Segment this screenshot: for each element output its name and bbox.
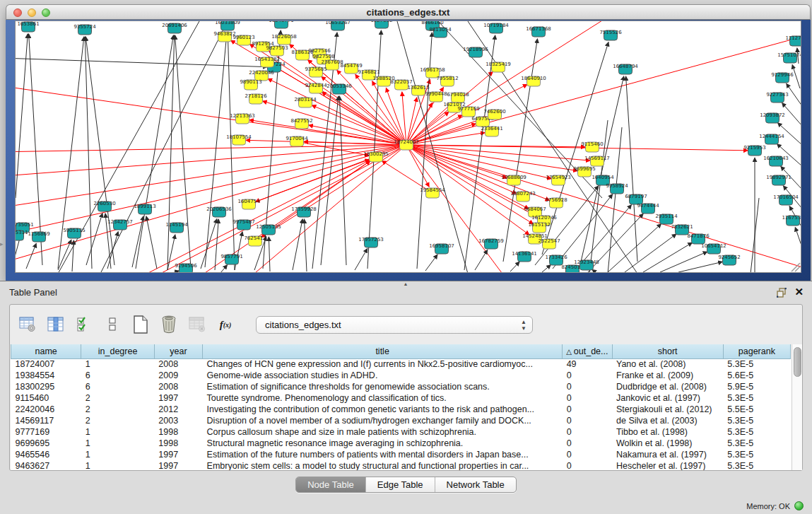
table-cell[interactable]: Corpus callosum shape and size in male p…: [203, 426, 563, 438]
table-cell[interactable]: 0: [563, 381, 612, 392]
table-cell[interactable]: 1997: [154, 392, 202, 404]
graph-node[interactable]: 9129946: [771, 72, 794, 83]
table-row[interactable]: 1872400712008Changes of HCN gene express…: [11, 358, 791, 370]
table-cell[interactable]: Disruption of a novel member of a sodium…: [203, 415, 563, 426]
network-table-selector[interactable]: citations_edges.txt ▲▼: [256, 316, 533, 334]
table-cell[interactable]: Structural magnetic resonance image aver…: [203, 438, 563, 449]
float-panel-icon[interactable]: [777, 288, 787, 298]
table-cell[interactable]: 5.3E-5: [723, 392, 790, 404]
graph-node[interactable]: 15751074: [777, 52, 801, 63]
graph-node[interactable]: 1615132: [528, 222, 550, 233]
table-cell[interactable]: 1: [81, 426, 154, 438]
column-header-title[interactable]: title: [203, 344, 563, 358]
graph-node[interactable]: 9355724: [73, 24, 96, 35]
citation-edge-red[interactable]: [406, 145, 510, 272]
citation-edge-black[interactable]: [132, 216, 143, 267]
graph-node[interactable]: 16958107: [429, 243, 454, 254]
citation-network-graph[interactable]: 1872400716538619355724206914061603380910…: [16, 21, 801, 272]
window-titlebar[interactable]: citations_edges.txt: [6, 4, 811, 20]
table-cell[interactable]: Changes of HCN gene expression and I(f) …: [203, 358, 563, 370]
select-all-columns-icon[interactable]: [75, 315, 93, 334]
column-header-short[interactable]: short: [612, 344, 723, 358]
new-table-icon[interactable]: [131, 315, 150, 334]
table-cell[interactable]: 2008: [154, 381, 202, 392]
graph-node[interactable]: 9170044: [286, 136, 308, 146]
graph-node[interactable]: 12093872: [760, 112, 785, 123]
citation-edge-black[interactable]: [304, 219, 307, 271]
graph-node[interactable]: 18226058: [271, 34, 297, 45]
memory-ok-icon[interactable]: [794, 501, 804, 510]
graph-node[interactable]: 9777169: [457, 106, 479, 117]
graph-node[interactable]: 10843771: [269, 21, 294, 28]
graph-node[interactable]: 1156869: [28, 231, 49, 242]
table-cell[interactable]: 6: [81, 370, 154, 381]
graph-node[interactable]: 8813054: [429, 27, 452, 37]
table-cell[interactable]: 0: [563, 370, 612, 381]
citation-edge-black[interactable]: [795, 227, 801, 247]
graph-node[interactable]: 3915311: [16, 230, 28, 240]
graph-node[interactable]: 10719184: [483, 23, 509, 33]
table-cell[interactable]: 5.6E-5: [723, 370, 790, 381]
graph-node[interactable]: 9958924: [606, 183, 628, 194]
function-builder-icon[interactable]: f(x): [216, 315, 235, 334]
citation-edge-red[interactable]: [16, 145, 406, 152]
citation-edge-red[interactable]: [406, 21, 623, 145]
table-cell[interactable]: Tourette syndrome. Phenomenology and cla…: [203, 392, 563, 404]
citation-edge-black[interactable]: [367, 30, 381, 269]
side-panel-collapse-handle[interactable]: ▸: [0, 239, 5, 249]
graph-node[interactable]: 16648794: [613, 64, 638, 74]
citation-edge-red[interactable]: [372, 81, 406, 145]
table-cell[interactable]: 22420046: [11, 404, 81, 415]
citation-edge-black[interactable]: [220, 265, 228, 272]
table-cell[interactable]: 9699695: [11, 438, 81, 449]
citation-edge-red[interactable]: [263, 101, 406, 145]
table-row[interactable]: 946554611997Estimation of the future num…: [11, 449, 791, 460]
table-cell[interactable]: 14569117: [11, 415, 81, 426]
column-header-name[interactable]: name: [11, 344, 81, 358]
table-row[interactable]: 1830029562008Estimation of significance …: [11, 381, 791, 392]
table-cell[interactable]: 9465546: [11, 449, 81, 460]
table-cell[interactable]: Nakamura et al. (1997): [612, 449, 723, 460]
citation-edge-black[interactable]: [626, 76, 637, 262]
table-cell[interactable]: Hescheler et al. (1997): [612, 460, 723, 470]
table-cell[interactable]: 9463627: [11, 460, 81, 470]
citation-edge-black[interactable]: [608, 127, 622, 272]
table-cell[interactable]: 5.3E-5: [723, 449, 790, 460]
citation-edge-black[interactable]: [100, 21, 228, 272]
table-cell[interactable]: 2008: [154, 358, 202, 370]
table-cell[interactable]: de Silva et al. (2003): [612, 415, 723, 426]
graph-node[interactable]: 20691406: [162, 23, 187, 33]
table-row[interactable]: 1938455462009Genome-wide association stu…: [11, 370, 791, 381]
show-columns-icon[interactable]: [47, 315, 65, 334]
table-cell[interactable]: 5.3E-5: [723, 460, 790, 470]
graph-node[interactable]: 10653267: [325, 21, 351, 30]
citation-edge-black[interactable]: [86, 214, 102, 265]
network-canvas[interactable]: 1872400716538619355724206914061603380910…: [15, 21, 801, 273]
table-cell[interactable]: 5.3E-5: [723, 438, 790, 449]
graph-node[interactable]: 9375685: [305, 66, 326, 77]
citation-edge-red[interactable]: [16, 145, 406, 237]
close-panel-icon[interactable]: ✕: [794, 286, 804, 298]
table-cell[interactable]: 2012: [154, 404, 202, 415]
table-cell[interactable]: 0: [563, 426, 612, 438]
table-cell[interactable]: 1998: [154, 426, 202, 438]
graph-node[interactable]: 16210643: [763, 156, 789, 166]
graph-node[interactable]: 16671368: [526, 26, 551, 37]
table-row[interactable]: 969969511998Structural magnetic resonanc…: [11, 438, 791, 449]
graph-node[interactable]: 1145194: [165, 222, 188, 233]
table-cell[interactable]: 0: [563, 392, 612, 404]
citation-edge-red[interactable]: [406, 145, 517, 194]
graph-node[interactable]: 7515526: [599, 30, 622, 40]
table-cell[interactable]: Wolkin et al. (1998): [612, 438, 723, 449]
table-cell[interactable]: Yano et al. (2008): [612, 358, 723, 370]
table-row[interactable]: 1456911722003Disruption of a novel membe…: [11, 415, 791, 426]
table-cell[interactable]: 1997: [154, 449, 202, 460]
table-mode-icon[interactable]: [18, 315, 37, 334]
citation-edge-black[interactable]: [625, 234, 676, 272]
table-cell[interactable]: Jankovic et al. (1997): [612, 392, 723, 404]
graph-node[interactable]: 1527602: [370, 21, 392, 28]
graph-node[interactable]: 9857791: [220, 254, 242, 264]
table-cell[interactable]: 18724007: [11, 358, 81, 370]
citation-edge-black[interactable]: [355, 249, 367, 270]
graph-node[interactable]: 1167533: [782, 215, 801, 226]
